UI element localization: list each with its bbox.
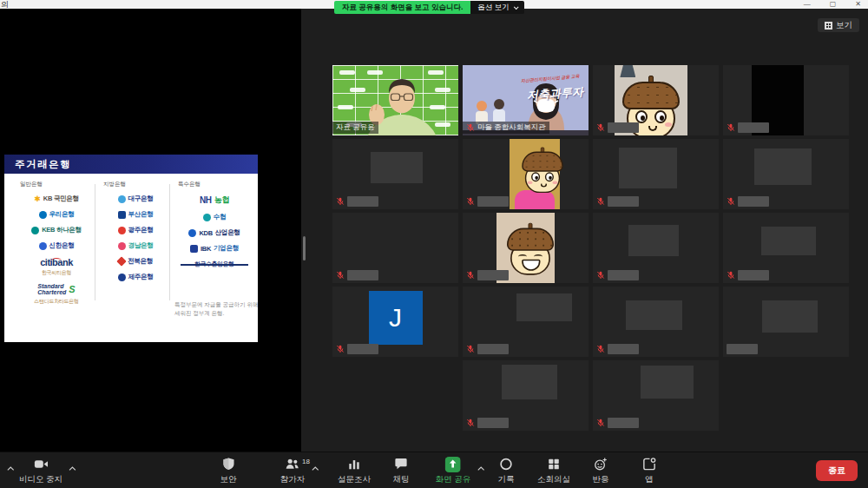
acorn-mouth xyxy=(541,183,547,187)
maximize-button[interactable]: ▢ xyxy=(830,1,837,8)
slide-column: 지방은행대구은행부산은행광주은행경남은행전북은행제주은행 xyxy=(100,179,171,288)
window-title-fragment: 의 xyxy=(1,0,9,10)
view-button[interactable]: 보기 xyxy=(818,18,859,32)
participant-tile[interactable] xyxy=(332,213,458,283)
bank-logo-icon xyxy=(118,211,126,219)
participant-tile[interactable] xyxy=(593,139,719,209)
acorn-eye xyxy=(531,172,540,181)
participant-tile[interactable] xyxy=(593,213,719,283)
record-icon xyxy=(499,457,514,472)
participant-tile[interactable] xyxy=(723,139,849,209)
participant-tile[interactable] xyxy=(332,139,458,209)
scroll-indicator[interactable] xyxy=(303,236,306,260)
share-screen-icon xyxy=(445,457,461,472)
redacted-name xyxy=(477,270,509,280)
zoom-app-window: 의 — ▢ ✕ 자료 공유용의 화면을 보고 있습니다. 옵션 보기 보기 주거… xyxy=(0,0,868,488)
bank-item: KEB 하나은행 xyxy=(16,226,96,234)
participant-tile[interactable] xyxy=(463,287,589,357)
participant-tile[interactable] xyxy=(463,360,589,431)
bank-name: 전북은행 xyxy=(128,257,153,266)
bank-item: 신한은행 xyxy=(16,241,96,250)
minimize-button[interactable]: — xyxy=(804,1,811,8)
participant-name-label: 자료 공유용 xyxy=(332,122,378,134)
bank-logo-icon xyxy=(116,256,126,266)
toolbar-button-apps[interactable]: 앱 xyxy=(642,457,657,485)
toolbar-button-breakout-rooms[interactable]: 소회의실 xyxy=(537,457,570,485)
bank-name: KB 국민은행 xyxy=(43,195,79,203)
toolbar-label: 소회의실 xyxy=(537,474,570,485)
shared-screen-area: 주거래은행 일반은행✱KB 국민은행우리은행KEB 하나은행신한은행citiba… xyxy=(0,9,301,452)
redacted-avatar xyxy=(626,300,682,330)
chevron-down-icon xyxy=(514,4,519,10)
bank-name: 경남은행 xyxy=(128,241,154,250)
chevron-up-icon[interactable] xyxy=(6,461,14,474)
participant-tile[interactable]: J xyxy=(332,287,458,357)
acorn-avatar xyxy=(522,150,563,195)
mic-muted-icon xyxy=(596,345,605,353)
bank-name: 우리은행 xyxy=(49,210,75,219)
participant-tile[interactable] xyxy=(723,287,849,357)
redacted-name xyxy=(608,122,639,133)
toolbar-button-share-screen[interactable]: 화면 공유 xyxy=(436,457,471,485)
toolbar-button-reactions[interactable]: 반응 xyxy=(593,457,609,485)
mic-muted-icon xyxy=(466,419,475,427)
participant-tile[interactable]: 자산관리지킴이사업 금융 교육저축과투자마을 종합사회복지관 xyxy=(463,65,589,135)
redacted-avatar xyxy=(762,300,818,332)
toolbar-button-stop-video[interactable]: 비디오 중지 xyxy=(19,457,62,485)
mic-muted-icon xyxy=(466,271,475,280)
toolbar-button-chat[interactable]: 채팅 xyxy=(393,457,410,485)
bank-name: 수협 xyxy=(214,213,226,221)
bank-name: KDB xyxy=(199,229,212,237)
struck-bank-name: 한국수출입은행 xyxy=(193,260,236,268)
acorn-avatar xyxy=(507,227,554,278)
participant-tile[interactable] xyxy=(593,287,719,357)
chevron-up-icon[interactable] xyxy=(69,461,76,474)
chevron-up-icon[interactable] xyxy=(477,461,484,474)
acorn-eye xyxy=(654,110,667,123)
polls-icon xyxy=(347,457,361,472)
toolbar-button-security[interactable]: 보안 xyxy=(220,457,237,485)
bottom-toolbar: 음소거비디오 중지보안18참가자설문조사채팅화면 공유기록소회의실반응앱 종료 xyxy=(0,452,868,488)
toolbar-label: 설문조사 xyxy=(338,474,371,485)
bank-name: 부산은행 xyxy=(128,210,154,219)
slide-footnote: 특정부문에 자금을 공급하기 위해 세워진 정부계 은행. xyxy=(174,300,261,318)
view-options-button[interactable]: 옵션 보기 xyxy=(470,1,523,14)
participant-tile[interactable] xyxy=(723,65,849,135)
redacted-name xyxy=(738,270,769,280)
toolbar-label: 채팅 xyxy=(393,474,410,485)
chat-icon xyxy=(394,457,409,472)
acorn-eye xyxy=(545,172,554,181)
toolbar-button-participants[interactable]: 18참가자 xyxy=(280,457,306,485)
standard-chartered-logo: StandardCharteredS xyxy=(37,283,75,296)
mic-muted-icon xyxy=(466,345,475,353)
mic-muted-icon xyxy=(727,123,735,132)
participant-tile[interactable] xyxy=(723,213,849,283)
participant-tile[interactable]: 자료 공유용 xyxy=(332,65,458,135)
toolbar-label: 기록 xyxy=(498,474,515,485)
toolbar-button-record[interactable]: 기록 xyxy=(498,457,515,485)
bank-name: KEB 하나은행 xyxy=(42,226,82,234)
toolbar-button-polls[interactable]: 설문조사 xyxy=(338,457,371,485)
acorn-mouth xyxy=(648,126,657,131)
close-button[interactable]: ✕ xyxy=(855,1,861,8)
bank-name: 기업은행 xyxy=(214,244,239,253)
redacted-name xyxy=(477,196,509,207)
mic-muted-icon xyxy=(596,123,605,132)
participant-tile[interactable] xyxy=(593,65,719,135)
participant-tile[interactable] xyxy=(463,139,589,209)
sc-mark-icon: S xyxy=(69,284,75,294)
bank-name: 신한은행 xyxy=(49,241,75,250)
redacted-avatar xyxy=(641,366,694,398)
bank-logo-icon xyxy=(39,211,47,219)
redacted-name xyxy=(608,418,639,428)
participant-tile[interactable] xyxy=(593,360,719,431)
bank-name: 산업은행 xyxy=(215,228,240,237)
end-meeting-button[interactable]: 종료 xyxy=(816,460,858,481)
chevron-up-icon[interactable] xyxy=(311,461,319,474)
toolbar-label: 앱 xyxy=(645,474,654,485)
bank-item: 한국수출입은행 xyxy=(174,260,254,268)
participant-tile[interactable] xyxy=(463,213,589,283)
mic-muted-icon xyxy=(336,271,345,280)
window-controls: — ▢ ✕ xyxy=(804,0,861,9)
citibank-logo: citibank xyxy=(40,257,73,267)
